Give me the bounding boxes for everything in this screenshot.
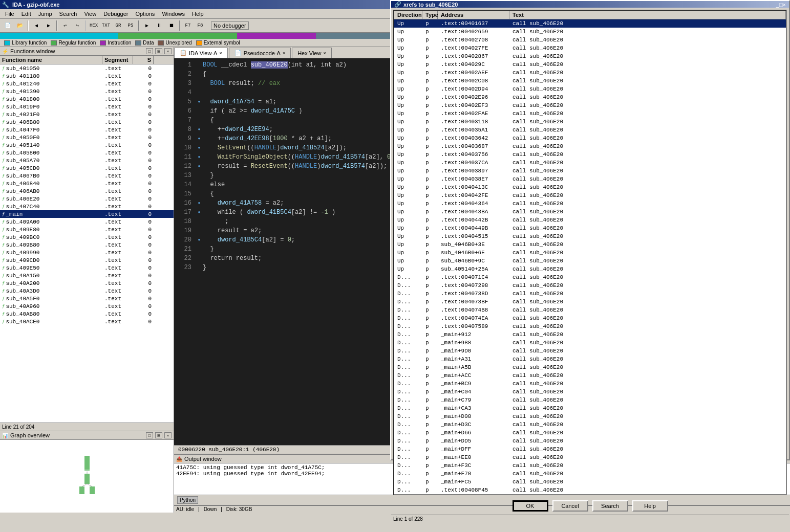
xrefs-col-type[interactable]: Type: [422, 11, 438, 19]
xref-row[interactable]: Up p .text:004029C call sub_406E20: [394, 60, 786, 69]
tb-step[interactable]: F7: [182, 20, 194, 31]
xref-row[interactable]: Up p sub_4046B0+6E call sub_406E20: [394, 249, 786, 257]
tb-pause[interactable]: ⏸: [154, 20, 165, 31]
xrefs-search-btn[interactable]: Search: [592, 500, 628, 512]
function-row[interactable]: ƒ sub_406840 .text 0: [0, 180, 174, 187]
tab-pseudo-close[interactable]: ×: [283, 51, 285, 56]
xref-row[interactable]: Up p .text:00403687 call sub_406E20: [394, 142, 786, 150]
xrefs-dialog[interactable]: 🔗 xrefs to sub_406E20 _ □ × Direction Ty…: [390, 0, 790, 460]
tb-redo[interactable]: ↪: [72, 20, 83, 31]
function-row[interactable]: ƒ sub_407C40 .text 0: [0, 203, 174, 210]
function-row[interactable]: ƒ sub_405800 .text 0: [0, 149, 174, 157]
xref-row[interactable]: Up p .text:00403897 call sub_406E20: [394, 167, 786, 175]
xref-row[interactable]: Up p sub_4046B0+3E call sub_406E20: [394, 240, 786, 249]
xref-row[interactable]: D... p _main+D08 call sub_406E20: [394, 412, 786, 420]
tab-hex-close[interactable]: ×: [323, 51, 326, 56]
xref-row[interactable]: D... p _main+CA3 call sub_406E20: [394, 404, 786, 412]
xref-row[interactable]: Up p .text:00404364 call sub_406E20: [394, 199, 786, 208]
function-row[interactable]: ƒ sub_4019F0 .text 0: [0, 103, 174, 110]
xref-row[interactable]: Up p .text:004043BA call sub_406E20: [394, 208, 786, 216]
function-row[interactable]: ƒ _main .text 0: [0, 210, 174, 218]
xref-row[interactable]: D... p _main+DD5 call sub_406E20: [394, 437, 786, 445]
xref-row[interactable]: Up p .text:004038E7 call sub_406E20: [394, 175, 786, 183]
xref-row[interactable]: Up p .text:00402659 call sub_406E20: [394, 28, 786, 36]
tb-open[interactable]: 📂: [14, 20, 26, 31]
function-row[interactable]: ƒ sub_401180 .text 0: [0, 72, 174, 80]
xref-row[interactable]: Up p .text:0040449B call sub_406E20: [394, 224, 786, 232]
function-row[interactable]: ƒ sub_406AB0 .text 0: [0, 187, 174, 195]
functions-float-btn[interactable]: □: [146, 48, 153, 54]
menu-debugger[interactable]: Debugger: [100, 10, 131, 17]
xrefs-close-btn[interactable]: ×: [783, 2, 786, 8]
xref-row[interactable]: Up p .text:00402FAE call sub_406E20: [394, 109, 786, 118]
tb-undo[interactable]: ↩: [59, 20, 71, 31]
xref-row[interactable]: D... p _main+A31 call sub_406E20: [394, 355, 786, 363]
xref-row[interactable]: Up p .text:004027FE call sub_406E20: [394, 44, 786, 52]
function-row[interactable]: ƒ sub_405140 .text 0: [0, 141, 174, 149]
xref-row[interactable]: Up p .text:00403756 call sub_406E20: [394, 150, 786, 159]
function-row[interactable]: ƒ sub_409CD0 .text 0: [0, 256, 174, 264]
tb-new[interactable]: 📄: [2, 20, 13, 31]
xref-row[interactable]: D... p _main+C79 call sub_406E20: [394, 396, 786, 404]
xref-row[interactable]: D... p _main+F3C call sub_406E20: [394, 461, 786, 470]
xref-row[interactable]: D... p .text:004071C4 call sub_406E20: [394, 273, 786, 281]
xref-row[interactable]: D... p _main+FC5 call sub_406E20: [394, 478, 786, 486]
xref-row[interactable]: Up p .text:00402AEF call sub_406E20: [394, 69, 786, 77]
xref-row[interactable]: Up p .text:00401637 call sub_406E20: [394, 19, 786, 28]
xrefs-help-btn[interactable]: Help: [632, 500, 668, 512]
tab-ida-view[interactable]: 📋 IDA View-A ×: [174, 48, 228, 58]
tb-back[interactable]: ◀: [31, 20, 42, 31]
xrefs-cancel-btn[interactable]: Cancel: [552, 500, 588, 512]
func-col-segment[interactable]: Segment: [102, 56, 133, 64]
graph-float-btn[interactable]: □: [146, 432, 153, 438]
xrefs-col-address[interactable]: Address: [438, 11, 509, 19]
function-row[interactable]: ƒ sub_409A00 .text 0: [0, 218, 174, 226]
tab-hex[interactable]: Hex View ×: [292, 48, 332, 58]
xref-row[interactable]: Up p .text:004035A1 call sub_406E20: [394, 126, 786, 134]
xref-row[interactable]: Up p .text:00402C08 call sub_406E20: [394, 77, 786, 85]
function-row[interactable]: ƒ sub_405CD0 .text 0: [0, 164, 174, 172]
function-row[interactable]: ƒ sub_40A3D0 .text 0: [0, 287, 174, 295]
tb-graph[interactable]: GR: [113, 20, 124, 31]
menu-file[interactable]: File: [2, 10, 17, 17]
function-row[interactable]: ƒ sub_40A960 .text 0: [0, 302, 174, 310]
xref-row[interactable]: D... p _main+ACC call sub_406E20: [394, 371, 786, 380]
function-row[interactable]: ƒ sub_40A150 .text 0: [0, 272, 174, 279]
xref-row[interactable]: Up p sub_405140+25A call sub_406E20: [394, 265, 786, 273]
graph-dock-btn[interactable]: ⊞: [155, 432, 162, 438]
xref-row[interactable]: Up p .text:00404515 call sub_406E20: [394, 232, 786, 240]
function-row[interactable]: ƒ sub_409E80 .text 0: [0, 226, 174, 233]
menu-jump[interactable]: Jump: [35, 10, 55, 17]
xrefs-col-text[interactable]: Text: [509, 11, 786, 19]
xref-row[interactable]: D... p _main+D66 call sub_406E20: [394, 429, 786, 437]
function-row[interactable]: ƒ sub_4047F0 .text 0: [0, 126, 174, 134]
tb-pseudo[interactable]: PS: [125, 20, 136, 31]
xref-row[interactable]: D... p .text:00407589 call sub_406E20: [394, 322, 786, 330]
function-row[interactable]: ƒ sub_4050F0 .text 0: [0, 134, 174, 141]
menu-windows[interactable]: Windows: [159, 10, 188, 17]
xref-row[interactable]: Up p .text:00402708 call sub_406E20: [394, 36, 786, 44]
tb-run[interactable]: ▶: [141, 20, 153, 31]
xref-row[interactable]: D... p _main+988 call sub_406E20: [394, 339, 786, 347]
xrefs-table[interactable]: Direction Type Address Text Up p .text:0…: [393, 10, 787, 495]
function-row[interactable]: ƒ sub_4021F0 .text 0: [0, 110, 174, 118]
function-row[interactable]: ƒ sub_406B80 .text 0: [0, 118, 174, 126]
xref-row[interactable]: D... p _main+EE0 call sub_406E20: [394, 453, 786, 461]
menu-help[interactable]: Help: [189, 10, 207, 17]
tb-stop[interactable]: ⏹: [166, 20, 177, 31]
graph-close-btn[interactable]: ×: [164, 432, 172, 438]
xref-row[interactable]: D... p _main+DFF call sub_406E20: [394, 445, 786, 453]
xref-row[interactable]: D... p .text:00407298 call sub_406E20: [394, 281, 786, 290]
xref-row[interactable]: D... p .text:004074B8 call sub_406E20: [394, 306, 786, 314]
xref-row[interactable]: D... p .text:004074EA call sub_406E20: [394, 314, 786, 322]
xref-row[interactable]: Up p .text:0040442B call sub_406E20: [394, 216, 786, 224]
xref-row[interactable]: D... p _main+D3C call sub_406E20: [394, 420, 786, 429]
tab-pseudocode[interactable]: 📄 Pseudocode-A ×: [229, 48, 291, 58]
function-row[interactable]: ƒ sub_40ACE0 .text 0: [0, 318, 174, 325]
menu-edit[interactable]: Edit: [18, 10, 34, 17]
xref-row[interactable]: Up p .text:00402EF3 call sub_406E20: [394, 101, 786, 109]
function-row[interactable]: ƒ sub_401390 .text 0: [0, 87, 174, 95]
xref-row[interactable]: Up p .text:00402E96 call sub_406E20: [394, 93, 786, 101]
functions-close-btn[interactable]: ×: [164, 48, 172, 54]
functions-table[interactable]: Function name Segment S ƒ sub_401050 .te…: [0, 56, 174, 423]
